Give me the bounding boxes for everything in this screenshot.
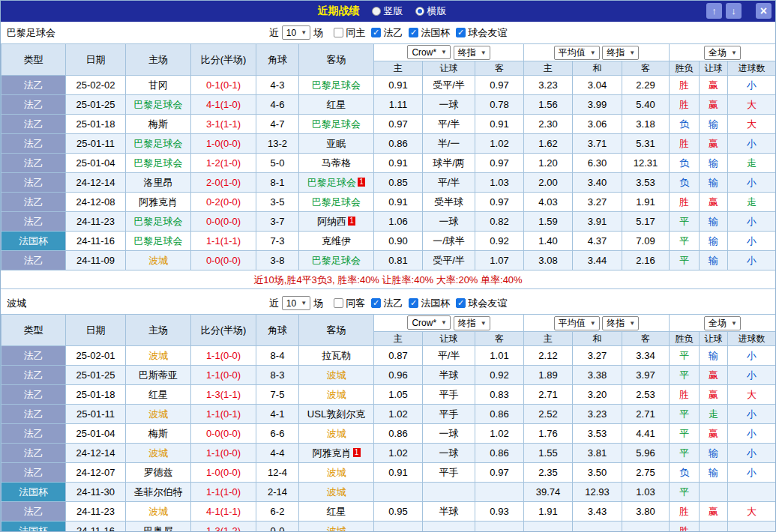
league-checkbox[interactable]: ✓: [409, 298, 418, 308]
league-filter-friendly[interactable]: ✓ 球会友谊: [456, 297, 507, 310]
cell-avg-home: 1.59: [524, 212, 573, 232]
cell-result-outcome: 平: [670, 251, 700, 270]
results-table: 类型 日期 主场 比分(半场) 角球 客场 Crow*▼ 终指▼ 平均值▼ 终指…: [1, 43, 776, 270]
league-checkbox[interactable]: ✓: [409, 28, 418, 37]
same-venue-checkbox[interactable]: [334, 298, 343, 308]
match-scope-select[interactable]: 全场▼: [704, 46, 741, 60]
cell-corners: 12-4: [256, 463, 299, 483]
chevron-down-icon: ▼: [731, 320, 737, 327]
radio-icon[interactable]: [372, 7, 381, 16]
layout-horizontal-radio[interactable]: 横版: [415, 4, 447, 18]
same-venue-label: 同客: [346, 297, 365, 310]
league-checkbox[interactable]: ✓: [456, 28, 466, 37]
odds-company-select[interactable]: Crow*▼: [407, 315, 451, 330]
col-header-corner: 角球: [256, 315, 299, 346]
cell-result-outcome: 胜: [670, 502, 700, 522]
cell-result-outcome: 胜: [670, 134, 700, 154]
cell-result-goals: 小: [728, 366, 776, 385]
chevron-down-icon: ▼: [301, 29, 307, 36]
cell-score: 4-1(1-0): [191, 95, 256, 115]
layout-vertical-radio[interactable]: 竖版: [372, 4, 403, 18]
recent-count-select[interactable]: 10 ▼: [282, 25, 310, 40]
cell-corners: 8-3: [256, 366, 299, 385]
team-text: 巴黎足球会: [307, 177, 356, 188]
match-scope-select[interactable]: 全场▼: [704, 316, 741, 330]
team-text: 巴斯蒂亚: [139, 369, 178, 381]
avg-stage-select[interactable]: 终指▼: [602, 316, 639, 330]
move-down-button[interactable]: ↓: [726, 3, 742, 19]
cell-avg-away: 2.16: [622, 251, 670, 270]
team-text: 梅斯: [148, 118, 168, 130]
league-filter-cup[interactable]: ✓ 法国杯: [409, 297, 450, 310]
league-filter-ligue2[interactable]: ✓ 法乙: [371, 26, 403, 40]
cell-date: 25-01-11: [66, 134, 126, 154]
same-venue-filter[interactable]: 同主: [334, 26, 365, 40]
cell-odds-away: 1.01: [475, 346, 524, 366]
league-filter-cup[interactable]: ✓ 法国杯: [409, 26, 450, 40]
same-venue-filter[interactable]: 同客: [334, 297, 365, 310]
cell-avg-draw: 3.04: [573, 76, 622, 95]
cell-competition: 法乙: [1, 251, 66, 270]
avg-type-select[interactable]: 平均值▼: [554, 316, 600, 330]
cell-avg-home: 2.71: [524, 385, 573, 405]
chevron-down-icon: ▼: [590, 49, 596, 56]
odds-stage-select[interactable]: 终指▼: [454, 316, 490, 330]
cell-avg-away: 4.41: [622, 424, 670, 444]
cell-result-goals: 小: [728, 463, 776, 483]
cell-corners: 2-14: [256, 483, 299, 502]
red-card-badge: 1: [348, 217, 355, 226]
odds-stage-select[interactable]: 终指▼: [454, 46, 490, 60]
match-scope-value: 全场: [709, 317, 727, 330]
chevron-down-icon: ▼: [731, 49, 737, 56]
cell-home-team: 梅斯: [126, 115, 191, 134]
cell-result-handicap: 赢: [700, 366, 728, 385]
same-venue-checkbox[interactable]: [334, 28, 343, 37]
cell-odds-home: 0.95: [374, 502, 423, 522]
cell-odds-handicap: 平/半: [423, 115, 475, 134]
team-text: 波城: [327, 389, 346, 400]
col-header-score: 比分(半场): [191, 44, 256, 76]
recent-results-panel: 近期战绩 竖版 横版 ↑ ↓ × 巴黎足球会 近 10 ▼ 场: [0, 0, 776, 532]
cell-competition: 法乙: [1, 173, 66, 193]
team-section-paris-fc: 巴黎足球会 近 10 ▼ 场 同主 ✓ 法乙 ✓ 法国杯: [1, 22, 775, 289]
cell-score: 1-1(0-1): [191, 405, 256, 424]
cell-result-goals: 小: [728, 173, 776, 193]
cell-home-team: 波城: [126, 251, 191, 270]
cell-result-goals: 小: [728, 424, 776, 444]
team-text: 波城: [148, 506, 168, 517]
league-filter-friendly[interactable]: ✓ 球会友谊: [456, 26, 507, 40]
cell-avg-home: 2.30: [524, 115, 573, 134]
match-row: 法乙25-01-04巴黎足球会1-2(1-0)5-0马蒂格0.91球半/两0.9…: [1, 154, 776, 173]
league-checkbox[interactable]: ✓: [371, 298, 381, 308]
cell-result-outcome: 平: [670, 212, 700, 232]
avg-stage-select[interactable]: 终指▼: [602, 46, 639, 60]
league-filter-ligue2[interactable]: ✓ 法乙: [371, 297, 403, 310]
cell-odds-away: 0.86: [475, 444, 524, 463]
cell-score: 0-0(0-0): [191, 251, 256, 270]
recent-count-select[interactable]: 10 ▼: [282, 296, 310, 310]
league-checkbox[interactable]: ✓: [456, 298, 466, 308]
avg-type-select[interactable]: 平均值▼: [554, 46, 600, 60]
cell-odds-handicap: 受半球: [423, 193, 475, 212]
cell-date: 25-01-04: [66, 424, 126, 444]
cell-score: 2-0(1-0): [191, 173, 256, 193]
cell-home-team: 巴黎足球会: [126, 154, 191, 173]
cell-avg-home: 1.76: [524, 424, 573, 444]
cell-competition: 法乙: [1, 502, 66, 522]
cell-avg-home: 1.89: [524, 366, 573, 385]
team-text: 红星: [327, 99, 346, 110]
move-up-button[interactable]: ↑: [706, 3, 722, 19]
league-label: 球会友谊: [468, 297, 507, 310]
cell-score: 3-1(1-1): [191, 115, 256, 134]
close-button[interactable]: ×: [756, 3, 772, 19]
odds-company-select[interactable]: Crow*▼: [407, 45, 451, 59]
cell-odds-home: 1.06: [374, 212, 423, 232]
cell-result-goals: 走: [728, 154, 776, 173]
cell-result-handicap: 输: [700, 154, 728, 173]
match-row: 法乙25-01-25巴斯蒂亚1-1(0-0)8-3波城0.96半球0.921.8…: [1, 366, 776, 385]
radio-icon[interactable]: [415, 7, 424, 16]
team-name: 波城: [7, 297, 26, 310]
cell-avg-home: 2.00: [524, 173, 573, 193]
recent-label: 近: [269, 297, 279, 310]
league-checkbox[interactable]: ✓: [371, 28, 381, 37]
